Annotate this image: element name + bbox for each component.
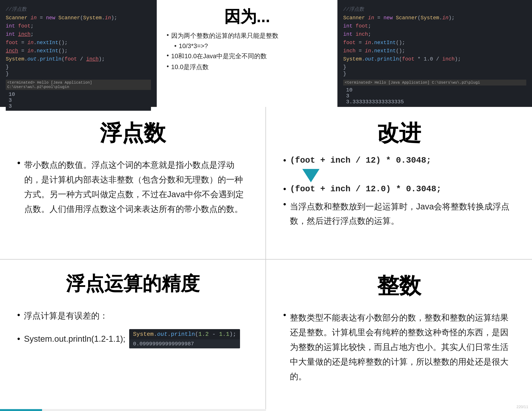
comment-right: //浮点数 [343,6,526,12]
integer-bullet: • 整数类型不能表达有小数部分的数，整数和整数的运算结果还是整数。计算机里会有纯… [283,310,515,384]
terminal-output-right: 1033.3333333333333335 [343,85,526,106]
middle-section: 浮点数 • 带小数点的数值。浮点这个词的本意就是指小数点是浮动的，是计算机内部表… [0,107,532,260]
improve-title: 改进 [283,118,515,148]
integer-title: 整数 [283,271,515,301]
improve-panel: 改进 • (foot + inch / 12) * 0.3048; • (foo… [266,107,532,260]
improve-bullet1: • (foot + inch / 12) * 0.3048; [283,155,515,165]
bullet-reason-4: •10.0是浮点数 [167,63,328,71]
bullet-reason-1: •因为两个整数的运算的结果只能是整数 [167,31,328,40]
precision-bullet2: • System.out.println(1.2-1.1); System.ou… [17,329,248,348]
code-panel-left: //浮点数 Scanner in = new Scanner(System.in… [0,0,157,107]
middle-reason-panel: 因为... •因为两个整数的运算的结果只能是整数 •10/3*3=>? •10和… [157,0,337,107]
comment-left: //浮点数 [6,6,151,12]
code-screenshot-block: System.out.println(1.2 - 1.1); 0.0999999… [129,329,240,348]
scroll-track[interactable] [0,409,266,411]
arrow-down-icon [302,169,320,182]
bottom-section: 浮点运算的精度 • 浮点计算是有误差的： • System.out.printl… [0,260,532,411]
precision-title: 浮点运算的精度 [17,271,248,297]
bullet-reason-3: •10和10.0在Java中是完全不同的数 [167,52,328,61]
integer-panel: 整数 • 整数类型不能表达有小数部分的数，整数和整数的运算结果还是整数。计算机里… [266,260,532,411]
precision-panel: 浮点运算的精度 • 浮点计算是有误差的： • System.out.printl… [0,260,266,411]
precision-bullet1: • 浮点计算是有误差的： [17,310,248,321]
improve-bullet3: • 当浮点数和整数放到一起运算时，Java会将整数转换成浮点数，然后进行浮点数的… [283,200,515,228]
float-title: 浮点数 [17,118,248,148]
terminal-bar-right: <terminated> Hello [Java Application] C:… [343,80,526,85]
float-content: • 带小数点的数值。浮点这个词的本意就是指小数点是浮动的，是计算机内部表达非整数… [17,157,248,216]
terminal-bar-left: <terminated> Hello [Java Application] C:… [6,80,151,90]
bullet-reason-2: •10/3*3=>? [174,42,328,50]
improve-bullet2: • (foot + inch / 12.0) * 0.3048; [283,184,515,194]
float-panel: 浮点数 • 带小数点的数值。浮点这个词的本意就是指小数点是浮动的，是计算机内部表… [0,107,266,260]
code-panel-right: //浮点数 Scanner in = new Scanner(System.in… [337,0,532,107]
yinwei-title: 因为... [167,6,328,28]
page-info: 220/11 [516,405,528,409]
scroll-thumb[interactable] [0,409,42,411]
